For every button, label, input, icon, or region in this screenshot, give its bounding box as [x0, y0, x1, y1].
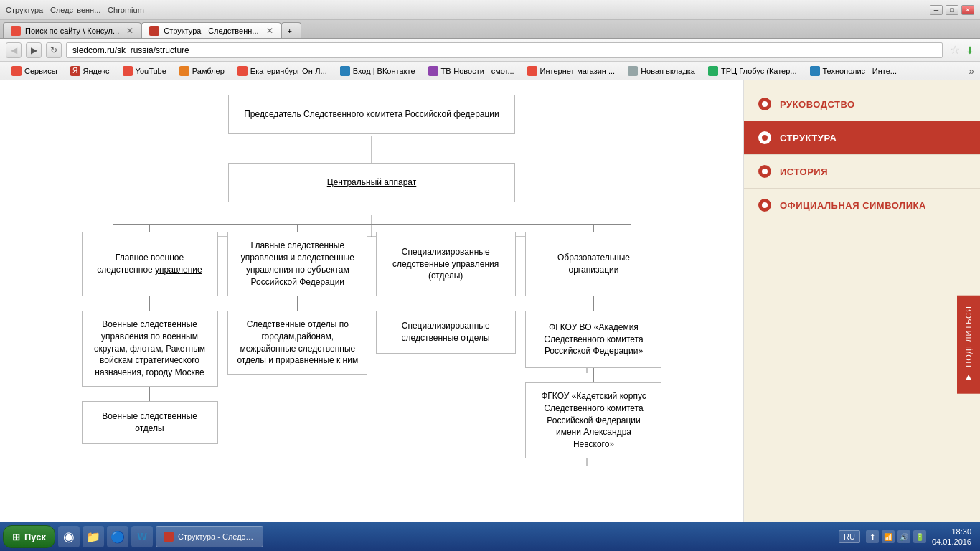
taskbar-icon-word[interactable]: W: [131, 526, 153, 547]
col1-conn-bottom: [149, 387, 150, 401]
bookmark-vk[interactable]: Вход | ВКонтакте: [334, 64, 421, 78]
tab-2-favicon: [149, 26, 159, 36]
bookmark-яндекс-label: Яндекс: [83, 67, 110, 75]
bookmark-technopolis[interactable]: Технополис - Инте...: [804, 64, 903, 78]
share-button[interactable]: ▼ ПОДЕЛИТЬСЯ: [957, 296, 980, 394]
start-button[interactable]: ⊞ Пуск: [3, 525, 55, 548]
col-4: Образовательные организации ФГКОУ ВО «Ак…: [520, 225, 667, 458]
taskbar-icon-files[interactable]: 📁: [83, 526, 104, 547]
close-button[interactable]: ✕: [961, 5, 974, 15]
box-edu: Образовательные организации: [525, 232, 661, 296]
sidebar-bullet-символика: [758, 199, 771, 212]
box-main-inv: Главные следственные управления и следст…: [227, 232, 367, 296]
nav-bar: ◀ ▶ ↻ ☆ ⬇: [0, 39, 980, 62]
bookmark-shop[interactable]: Интернет-магазин ...: [522, 64, 621, 78]
bookmark-яндекс[interactable]: Я Яндекс: [65, 64, 116, 78]
share-label: ПОДЕЛИТЬСЯ: [964, 306, 973, 367]
inv-depts-label: Следственные отделы по городам,районам, …: [237, 319, 358, 367]
bookmark-youtube[interactable]: YouTube: [117, 64, 172, 78]
box-inv-depts: Следственные отделы по городам,районам, …: [227, 311, 367, 375]
sidebar-bullet-история: [758, 165, 771, 178]
maximize-button[interactable]: □: [946, 5, 958, 15]
org-wrapper: Председатель Следственного комитета Росс…: [49, 95, 694, 458]
chairman-label: Председатель Следственного комитета Росс…: [244, 108, 499, 121]
box-central: Центральный аппарат: [228, 163, 515, 202]
sidebar-label-структура: СТРУКТУРА: [780, 133, 837, 143]
right-sidebar: РУКОВОДСТВО СТРУКТУРА ИСТОРИЯ ОФИЦИАЛЬНА…: [743, 80, 980, 522]
address-bar[interactable]: [66, 42, 943, 58]
taskbar-app-browser[interactable]: Структура - Следстве...: [156, 526, 263, 547]
conn-v2-line: [372, 202, 372, 224]
bookmark-newtab[interactable]: Новая вкладка: [622, 64, 701, 78]
box-mil-main: Главное военное следственное управление: [82, 232, 218, 296]
sidebar-item-структура[interactable]: СТРУКТУРА: [744, 121, 980, 155]
bookmarks-more[interactable]: »: [969, 65, 974, 77]
word-icon: W: [137, 531, 146, 542]
new-tab-button[interactable]: +: [281, 22, 301, 38]
box-mil-depts: Военные следственные отделы: [82, 401, 218, 444]
browser-icon: ◉: [63, 529, 75, 545]
windows-icon: ⊞: [12, 532, 20, 542]
box-mil-districts: Военные следственные управления по военн…: [82, 311, 218, 387]
bookmark-рамблер-icon: [179, 66, 189, 76]
clock[interactable]: 18:30 04.01.2016: [932, 527, 971, 547]
language-button[interactable]: RU: [839, 530, 860, 543]
start-label: Пуск: [24, 532, 46, 542]
cadet-label: ФГКОУ «Кадетский корпус Следственного ко…: [534, 390, 652, 451]
edu-label: Образовательные организации: [534, 252, 652, 276]
spec-label: Специализированные следственные управлен…: [385, 246, 507, 282]
col2-conn-mid: [297, 296, 298, 311]
bookmark-globus[interactable]: ТРЦ Глобус (Катер...: [702, 64, 803, 78]
title-bar: Структура - Следственн... - Chromium ─ □…: [0, 0, 980, 20]
mil-districts-label: Военные следственные управления по военн…: [91, 319, 209, 379]
bookmark-сервисы[interactable]: Сервисы: [6, 64, 63, 78]
col3-conn-mid: [446, 296, 446, 311]
bookmark-globus-label: ТРЦ Глобус (Катер...: [721, 67, 797, 75]
sidebar-label-руководство: РУКОВОДСТВО: [780, 99, 855, 110]
bookmark-vk-icon: [340, 66, 350, 76]
taskbar-icon-chrome[interactable]: 🔵: [107, 526, 128, 547]
mil-main-label: Главное военное следственное управление: [91, 252, 209, 276]
taskbar-icon-browser[interactable]: ◉: [58, 526, 80, 547]
sidebar-item-история[interactable]: ИСТОРИЯ: [744, 155, 980, 189]
forward-button[interactable]: ▶: [26, 42, 42, 58]
files-icon: 📁: [86, 530, 100, 544]
academy-label: ФГКОУ ВО «Академия Следственного комитет…: [534, 321, 652, 357]
col-2: Главные следственные управления и следст…: [224, 225, 371, 458]
level1-row: Председатель Следственного комитета Росс…: [49, 95, 694, 134]
tab-1[interactable]: Поиск по сайту \ Консул... ✕: [3, 22, 141, 38]
window-title: Структура - Следственн... - Chromium: [6, 6, 144, 14]
level2-row: Центральный аппарат: [49, 163, 694, 202]
bookmark-newtab-icon: [628, 66, 638, 76]
box-spec-depts: Специализированные следственные отделы: [376, 311, 516, 354]
org-chart-area: Председатель Следственного комитета Росс…: [0, 80, 743, 522]
tray-icon-2: 📶: [882, 530, 895, 543]
bookmark-tv[interactable]: ТВ-Новости - смот...: [423, 64, 520, 78]
sidebar-bullet-руководство: [758, 98, 771, 110]
bookmark-ekb[interactable]: Екатеринбург Он-Л...: [232, 64, 333, 78]
minimize-button[interactable]: ─: [930, 5, 943, 15]
col-1: Главное военное следственное управление …: [76, 225, 223, 458]
content-area: Председатель Следственного комитета Росс…: [0, 80, 980, 522]
col1-conn-mid: [149, 296, 150, 311]
taskbar-right: RU ⬆ 📶 🔊 🔋 18:30 04.01.2016: [839, 527, 977, 547]
sidebar-item-символика[interactable]: ОФИЦИАЛЬНАЯ СИМВОЛИКА: [744, 189, 980, 222]
conn-v2: [49, 202, 694, 224]
tab-1-favicon: [11, 26, 21, 36]
spec-depts-label: Специализированные следственные отделы: [385, 320, 507, 344]
app-favicon: [164, 532, 174, 542]
bookmark-vk-label: Вход | ВКонтакте: [353, 67, 415, 75]
bookmark-рамблер[interactable]: Рамблер: [174, 64, 230, 78]
tab-1-close[interactable]: ✕: [126, 26, 133, 36]
sidebar-bullet-структура: [758, 131, 771, 144]
bookmark-star[interactable]: ☆: [950, 43, 960, 57]
sidebar-item-руководство[interactable]: РУКОВОДСТВО: [744, 88, 980, 121]
back-button[interactable]: ◀: [6, 42, 22, 58]
tab-2-close[interactable]: ✕: [266, 26, 273, 36]
tab-2[interactable]: Структура - Следственн... ✕: [141, 22, 281, 38]
refresh-button[interactable]: ↻: [46, 42, 62, 58]
col2-connector-top: [297, 225, 298, 232]
tray-icon-volume[interactable]: 🔊: [897, 530, 910, 543]
col4-conn-mid2: [593, 368, 594, 382]
share-icon: ▼: [963, 372, 974, 384]
